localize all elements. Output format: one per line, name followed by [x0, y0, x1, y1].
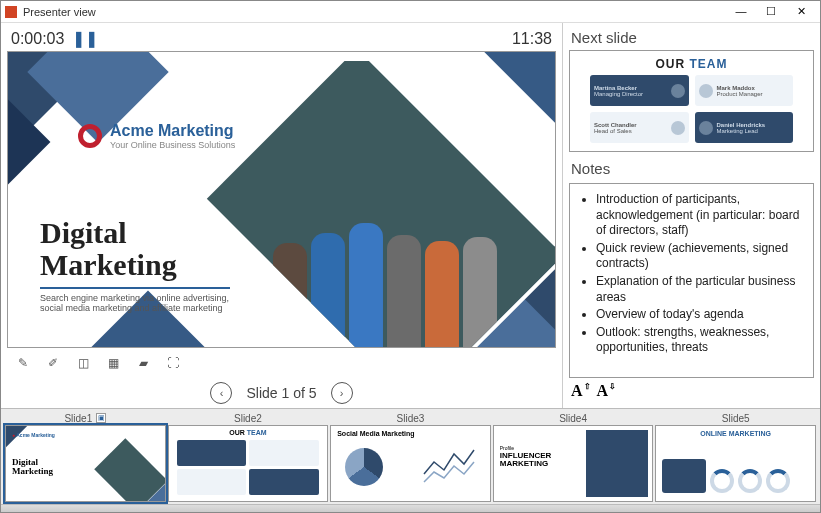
thumb-slide-5[interactable]: ONLINE MARKETING [655, 425, 816, 502]
thumb-label: Slide3 [397, 413, 425, 424]
minimize-button[interactable]: — [726, 2, 756, 22]
company-logo: Acme Marketing Your Online Business Solu… [78, 122, 235, 150]
hero-image [201, 51, 556, 348]
pause-button[interactable]: ❚❚ [72, 31, 98, 47]
note-item: Quick review (achievements, signed contr… [596, 241, 803, 272]
slide-counter: Slide 1 of 5 [246, 385, 316, 401]
increase-font-button[interactable]: A⇧ [571, 382, 591, 400]
thumb-label: Slide4 [559, 413, 587, 424]
note-item: Overview of today's agenda [596, 307, 803, 323]
display-options-icon[interactable]: ⛶ [163, 353, 183, 373]
note-item: Introduction of participants, acknowledg… [596, 192, 803, 239]
team-member: Martina BeckerManaging Director [590, 75, 689, 106]
current-clock: 11:38 [512, 30, 552, 48]
thumb-slide-3[interactable]: Social Media Marketing [330, 425, 491, 502]
decrease-font-button[interactable]: A⇩ [597, 382, 617, 400]
notes-panel[interactable]: Introduction of participants, acknowledg… [569, 183, 814, 378]
team-member: Scott ChandlerHead of Sales [590, 112, 689, 143]
pen-icon[interactable]: ✎ [13, 353, 33, 373]
titlebar: Presenter view — ☐ ✕ [1, 1, 820, 23]
window-title: Presenter view [23, 6, 726, 18]
slide-title: DigitalMarketing [40, 217, 177, 280]
slide-nav: ‹ Slide 1 of 5 › [7, 378, 556, 408]
thumb-label: Slide2 [234, 413, 262, 424]
company-tagline: Your Online Business Solutions [110, 140, 235, 150]
note-item: Explanation of the particular business a… [596, 274, 803, 305]
horizontal-scrollbar[interactable] [1, 504, 820, 512]
thumb-label: Slide5 [722, 413, 750, 424]
logo-icon [78, 124, 102, 148]
thumb-label: Slide1 [64, 413, 92, 424]
thumb-slide-2[interactable]: OUR TEAM [168, 425, 329, 502]
blank-screen-icon[interactable]: ▰ [133, 353, 153, 373]
team-member: Mark MaddoxProduct Manager [695, 75, 794, 106]
timer-row: 0:00:03 ❚❚ 11:38 [7, 27, 556, 51]
prev-slide-button[interactable]: ‹ [210, 382, 232, 404]
notes-label: Notes [571, 160, 814, 177]
note-item: Outlook: strengths, weaknesses, opportun… [596, 325, 803, 356]
annotation-toolbar: ✎ ✐ ◫ ▦ ▰ ⛶ [7, 348, 556, 378]
team-member: Daniel HendricksMarketing Lead [695, 112, 794, 143]
slide-subtitle: Search engine marketing via online adver… [40, 287, 230, 313]
app-icon [5, 6, 17, 18]
next-slide-preview[interactable]: OUR TEAM Martina BeckerManaging Director… [569, 50, 814, 152]
maximize-button[interactable]: ☐ [756, 2, 786, 22]
slide-sorter: Slide1▣ ● Acme Marketing DigitalMarketin… [1, 408, 820, 504]
elapsed-time: 0:00:03 [11, 30, 64, 48]
next-slide-label: Next slide [571, 29, 814, 46]
eraser-icon[interactable]: ◫ [73, 353, 93, 373]
company-name: Acme Marketing [110, 122, 235, 140]
close-button[interactable]: ✕ [786, 2, 816, 22]
grid-icon[interactable]: ▦ [103, 353, 123, 373]
next-slide-button[interactable]: › [331, 382, 353, 404]
thumb-slide-4[interactable]: ProfileINFLUENCERMARKETING [493, 425, 654, 502]
highlighter-icon[interactable]: ✐ [43, 353, 63, 373]
current-slide-preview[interactable]: Acme Marketing Your Online Business Solu… [7, 51, 556, 348]
thumb-slide-1[interactable]: ● Acme Marketing DigitalMarketing [5, 425, 166, 502]
hide-slide-icon[interactable]: ▣ [96, 413, 106, 423]
